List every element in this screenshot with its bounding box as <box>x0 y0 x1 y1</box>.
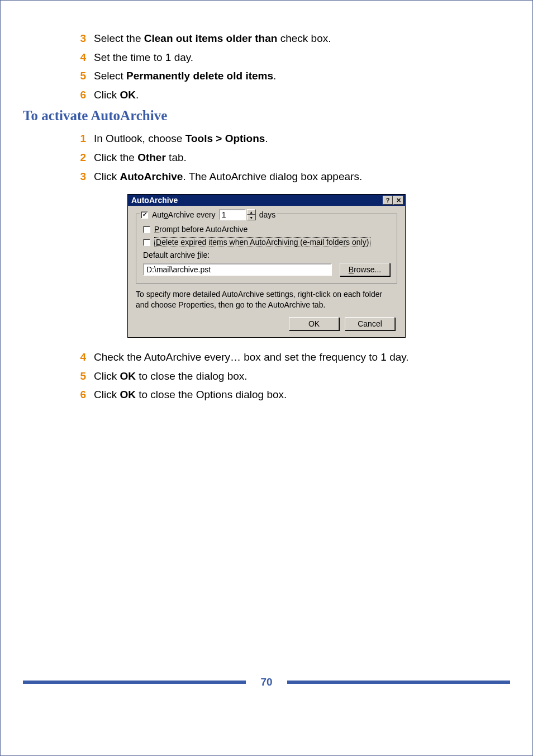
prompt-checkbox[interactable] <box>143 226 150 233</box>
dialog-titlebar: AutoArchive ? ✕ <box>128 195 405 206</box>
dialog-group: AutoArchive every ▲ ▼ days <box>136 214 397 284</box>
autoarchive-every-checkbox[interactable] <box>141 211 148 219</box>
spin-down-icon[interactable]: ▼ <box>247 215 256 220</box>
step-line: 2 Click the Other tab. <box>70 150 510 166</box>
page-number: 70 <box>260 676 272 688</box>
days-label: days <box>259 210 276 219</box>
step-number: 5 <box>70 69 86 84</box>
step-text: Set the time to 1 day. <box>94 50 193 65</box>
page-footer: 70 <box>23 676 510 688</box>
step-number: 5 <box>70 369 86 384</box>
step-line: 5 Select Permanently delete old items. <box>70 69 510 84</box>
ok-button[interactable]: OK <box>289 317 339 330</box>
step-number: 3 <box>70 31 86 46</box>
step-text: Click the Other tab. <box>94 150 187 166</box>
step-text: Click OK to close the Options dialog box… <box>94 388 287 403</box>
step-text: Click AutoArchive. The AutoArchive dialo… <box>94 169 362 185</box>
archive-file-input[interactable] <box>143 263 332 276</box>
step-number: 4 <box>70 50 86 65</box>
cancel-button[interactable]: Cancel <box>345 317 395 330</box>
step-line: 3 Click AutoArchive. The AutoArchive dia… <box>70 169 510 185</box>
dialog-hint: To specify more detailed AutoArchive set… <box>136 289 397 310</box>
footer-bar-left <box>23 681 246 684</box>
dialog-title: AutoArchive <box>131 196 178 205</box>
step-number: 1 <box>70 131 86 147</box>
step-number: 6 <box>70 88 86 103</box>
step-number: 6 <box>70 388 86 403</box>
step-text: Click OK to close the dialog box. <box>94 369 248 384</box>
delete-expired-checkbox[interactable] <box>143 239 150 246</box>
step-line: 4 Set the time to 1 day. <box>70 50 510 65</box>
step-line: 6 Click OK. <box>70 88 510 103</box>
step-number: 3 <box>70 169 86 185</box>
delete-expired-label: Delete expired items when AutoArchiving … <box>154 237 370 247</box>
prompt-label: Prompt before AutoArchive <box>154 225 248 234</box>
section-heading: To activate AutoArchive <box>23 108 510 124</box>
browse-button[interactable]: Browse... <box>340 263 390 276</box>
step-text: In Outlook, choose Tools > Options. <box>94 131 268 147</box>
step-line: 4 Check the AutoArchive every… box and s… <box>70 350 510 365</box>
step-line: 6 Click OK to close the Options dialog b… <box>70 388 510 403</box>
step-text: Click OK. <box>94 88 139 103</box>
help-icon[interactable]: ? <box>383 196 393 205</box>
spin-up-icon[interactable]: ▲ <box>247 209 256 215</box>
step-line: 5 Click OK to close the dialog box. <box>70 369 510 384</box>
step-text: Check the AutoArchive every… box and set… <box>94 350 409 365</box>
step-line: 1 In Outlook, choose Tools > Options. <box>70 131 510 147</box>
step-text: Select the Clean out items older than ch… <box>94 31 331 46</box>
close-icon[interactable]: ✕ <box>393 196 403 205</box>
autoarchive-every-label: AutoArchive every <box>152 210 216 219</box>
step-line: 3 Select the Clean out items older than … <box>70 31 510 46</box>
default-archive-file-label: Default archive file: <box>143 251 390 259</box>
step-number: 4 <box>70 350 86 365</box>
footer-bar-right <box>287 681 510 684</box>
step-number: 2 <box>70 150 86 166</box>
days-input[interactable] <box>219 209 246 220</box>
step-text: Select Permanently delete old items. <box>94 69 276 84</box>
autoarchive-dialog: AutoArchive ? ✕ AutoArchive every <box>127 194 406 338</box>
